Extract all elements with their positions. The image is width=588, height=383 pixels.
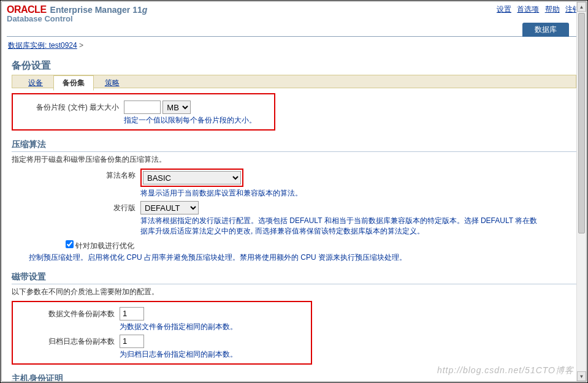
breadcrumb-link[interactable]: 数据库实例: test0924 [8,41,77,50]
input-datafile-copies[interactable] [120,307,144,320]
callout-tape-copies: 数据文件备份副本数 为数据文件备份指定相同的副本数。 归档日志备份副本数 为归档… [12,301,312,365]
label-backup-piece-size: 备份片段 (文件) 最大大小 [17,100,124,113]
tab-database[interactable]: 数据库 [522,23,569,37]
heading-tape: 磁带设置 [12,271,576,284]
callout-algorithm: BASIC [140,169,243,187]
label-optimize-load[interactable]: 针对加载进行优化 [75,241,134,250]
label-datafile-copies: 数据文件备份副本数 [15,307,120,319]
scroll-up-button[interactable]: ▲ [577,2,586,12]
label-release: 发行版 [12,201,140,213]
input-archlog-copies[interactable] [120,335,144,348]
scroll-down-button[interactable]: ▼ [577,371,586,381]
checkbox-optimize-load[interactable] [66,240,74,248]
hint-algorithm: 将显示适用于当前数据库设置和兼容版本的算法。 [140,188,576,199]
subtabs: 设备 备份集 策略 [12,75,576,88]
select-backup-piece-unit[interactable]: MB [162,100,191,114]
link-prefs[interactable]: 首选项 [517,5,539,13]
hint-optimize-load: 控制预压缩处理。启用将优化 CPU 占用率并避免预压缩块处理。禁用将使用额外的 … [29,252,576,263]
hint-backup-piece: 指定一个值以限制每个备份片段的大小。 [124,115,270,126]
desc-tape: 以下参数在不同的介质池上需要附加的配置。 [12,287,576,297]
select-release[interactable]: DEFAULT [140,201,199,214]
global-links: 设置 首选项 帮助 注销 [493,4,580,15]
hint-datafile-copies: 为数据文件备份指定相同的副本数。 [120,322,308,332]
main-tab-row: 数据库 [7,25,581,37]
vertical-scrollbar[interactable]: ▲ ▼ [576,2,586,381]
scroll-thumb[interactable] [578,13,585,233]
select-algorithm[interactable]: BASIC [143,171,241,184]
hint-release: 算法将根据指定的发行版进行配置。选项包括 DEFAULT 和相当于当前数据库兼容… [140,216,539,237]
callout-backup-piece: 备份片段 (文件) 最大大小 MB 指定一个值以限制每个备份片段的大小。 [12,93,275,131]
header: ORACLE Enterprise Manager 11g Database C… [2,2,586,38]
label-archlog-copies: 归档日志备份副本数 [15,335,120,347]
hint-archlog-copies: 为归档日志备份指定相同的副本数。 [120,349,308,360]
tab-device[interactable]: 设备 [20,76,52,90]
link-help[interactable]: 帮助 [545,5,560,13]
watermark: http://blog.csdn.net/51CTO博客 [437,365,574,376]
heading-compression: 压缩算法 [12,139,576,152]
breadcrumb: 数据库实例: test0924 > [2,38,586,53]
tab-backup-set[interactable]: 备份集 [53,75,94,91]
link-setup[interactable]: 设置 [497,5,511,13]
tab-policy[interactable]: 策略 [96,76,128,90]
product-name: Enterprise Manager 11g [50,5,148,15]
page-title: 备份设置 [12,59,576,72]
input-backup-piece-size[interactable] [124,100,161,114]
product-subtitle: Database Control [7,14,581,23]
desc-compression: 指定将用于磁盘和磁带压缩备份集的压缩算法。 [12,154,576,165]
breadcrumb-sep: > [79,41,83,50]
label-algorithm: 算法名称 [12,169,140,181]
